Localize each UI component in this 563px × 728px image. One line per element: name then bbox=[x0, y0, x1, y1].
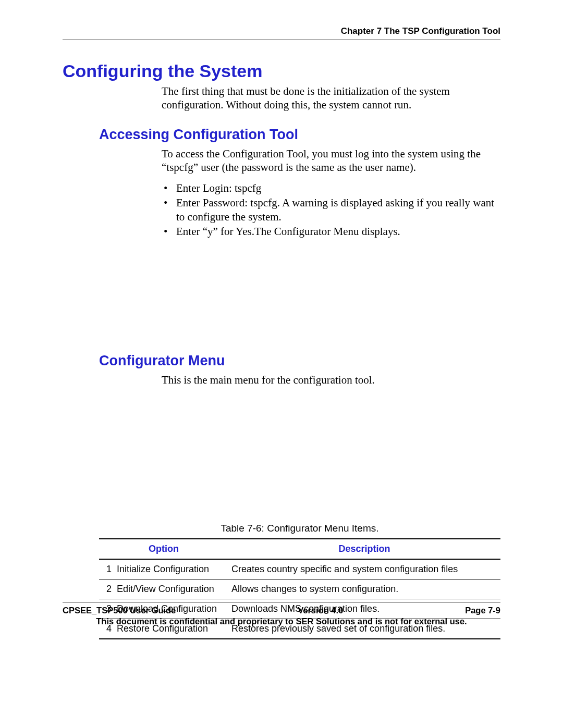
bullet-list: Enter Login: tspcfg Enter Password: tspc… bbox=[162, 181, 500, 238]
footer-confidential: This document is confidential and propri… bbox=[63, 616, 500, 626]
intro-text-3: This is the main menu for the configurat… bbox=[162, 373, 500, 387]
heading-configuring-system: Configuring the System bbox=[63, 61, 500, 81]
page-body: Chapter 7 The TSP Configuration Tool Con… bbox=[63, 26, 500, 639]
bullet-item: Enter “y” for Yes.The Configurator Menu … bbox=[162, 225, 500, 238]
heading-accessing-tool: Accessing Configuration Tool bbox=[99, 127, 500, 143]
cell-num: 1 bbox=[99, 559, 114, 579]
col-header-option: Option bbox=[99, 539, 228, 559]
intro-paragraph-1: The first thing that must be done is the… bbox=[162, 84, 500, 112]
intro-text-2: To access the Configuration Tool, you mu… bbox=[162, 147, 500, 175]
table-header-row: Option Description bbox=[99, 539, 500, 559]
cell-option: Edit/View Configuration bbox=[114, 579, 228, 599]
footer-center: Version 4.0 bbox=[298, 606, 343, 615]
intro-text-1: The first thing that must be done is the… bbox=[162, 84, 500, 112]
section2-body: To access the Configuration Tool, you mu… bbox=[162, 147, 500, 239]
bullet-item: Enter Password: tspcfg. A warning is dis… bbox=[162, 196, 500, 224]
table-caption: Table 7-6: Configurator Menu Items. bbox=[99, 523, 500, 534]
footer-left: CPSEE_TSP500 User Guide bbox=[63, 606, 176, 615]
page-footer: CPSEE_TSP500 User Guide Version 4.0 Page… bbox=[63, 602, 500, 626]
cell-description: Creates country specific and system conf… bbox=[228, 559, 500, 579]
table-row: 1 Initialize Configuration Creates count… bbox=[99, 559, 500, 579]
running-header: Chapter 7 The TSP Configuration Tool bbox=[63, 26, 500, 40]
spacer bbox=[63, 390, 500, 523]
cell-num: 2 bbox=[99, 579, 114, 599]
col-header-description: Description bbox=[228, 539, 500, 559]
cell-option: Initialize Configuration bbox=[114, 559, 228, 579]
footer-row: CPSEE_TSP500 User Guide Version 4.0 Page… bbox=[63, 606, 500, 615]
bullet-item: Enter Login: tspcfg bbox=[162, 181, 500, 195]
footer-right: Page 7-9 bbox=[465, 606, 500, 615]
section3-body: This is the main menu for the configurat… bbox=[162, 373, 500, 387]
cell-description: Allows changes to system configuration. bbox=[228, 579, 500, 599]
spacer bbox=[63, 239, 500, 338]
heading-configurator-menu: Configurator Menu bbox=[99, 353, 500, 369]
table-row: 2 Edit/View Configuration Allows changes… bbox=[99, 579, 500, 599]
